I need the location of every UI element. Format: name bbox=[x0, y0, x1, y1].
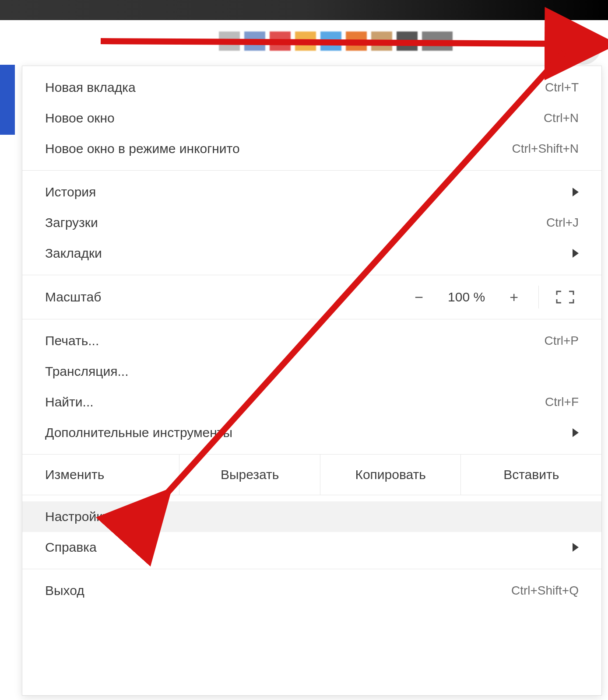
menu-group-zoom: Масштаб − 100 % + bbox=[22, 275, 601, 319]
menu-item-new-tab[interactable]: Новая вкладка Ctrl+T bbox=[22, 72, 601, 103]
menu-item-history[interactable]: История bbox=[22, 177, 601, 207]
chevron-right-icon bbox=[573, 188, 579, 196]
menu-item-shortcut: Ctrl+Shift+Q bbox=[511, 584, 579, 597]
menu-item-shortcut: Ctrl+T bbox=[545, 81, 579, 94]
menu-item-label: Настройки bbox=[45, 510, 579, 523]
menu-item-label: Новое окно bbox=[45, 112, 544, 125]
menu-item-find[interactable]: Найти... Ctrl+F bbox=[22, 387, 601, 417]
window-titlebar bbox=[0, 0, 608, 20]
tab-swatch bbox=[295, 32, 316, 51]
menu-group: Печать... Ctrl+P Трансляция... Найти... … bbox=[22, 319, 601, 455]
menu-group: Выход Ctrl+Shift+Q bbox=[22, 569, 601, 612]
menu-item-shortcut: Ctrl+N bbox=[544, 112, 579, 124]
sidebar-accent bbox=[0, 65, 15, 135]
menu-item-label: Печать... bbox=[45, 334, 544, 347]
zoom-label: Масштаб bbox=[45, 290, 408, 304]
menu-item-label: Новое окно в режиме инкогнито bbox=[45, 142, 512, 155]
edit-cut-button[interactable]: Вырезать bbox=[179, 455, 320, 495]
tab-swatch bbox=[422, 32, 453, 51]
tab-favicon-row bbox=[219, 32, 547, 51]
menu-item-exit[interactable]: Выход Ctrl+Shift+Q bbox=[22, 575, 601, 606]
menu-item-label: Загрузки bbox=[45, 216, 546, 229]
zoom-in-button[interactable]: + bbox=[503, 286, 525, 308]
menu-item-label: Дополнительные инструменты bbox=[45, 426, 569, 439]
main-menu-dropdown: Новая вкладка Ctrl+T Новое окно Ctrl+N Н… bbox=[22, 66, 602, 696]
fullscreen-icon bbox=[556, 290, 574, 304]
zoom-out-button[interactable]: − bbox=[408, 286, 430, 308]
menu-group: Новая вкладка Ctrl+T Новое окно Ctrl+N Н… bbox=[22, 66, 601, 171]
edit-copy-button[interactable]: Копировать bbox=[320, 455, 461, 495]
menu-item-bookmarks[interactable]: Закладки bbox=[22, 238, 601, 269]
tab-swatch bbox=[371, 32, 392, 51]
vertical-dots-icon bbox=[581, 38, 585, 56]
chevron-right-icon bbox=[573, 543, 579, 552]
main-menu-button[interactable] bbox=[565, 29, 601, 65]
menu-item-shortcut: Ctrl+P bbox=[544, 335, 579, 347]
menu-group-edit: Изменить Вырезать Копировать Вставить bbox=[22, 455, 601, 495]
menu-group: Настройки Справка bbox=[22, 495, 601, 569]
menu-item-label: История bbox=[45, 186, 569, 199]
menu-item-label: Трансляция... bbox=[45, 365, 579, 378]
fullscreen-button[interactable] bbox=[538, 286, 591, 308]
menu-item-settings[interactable]: Настройки bbox=[22, 501, 601, 532]
tab-swatch bbox=[270, 32, 291, 51]
tab-swatch bbox=[244, 32, 265, 51]
menu-item-label: Закладки bbox=[45, 247, 569, 260]
tab-swatch bbox=[320, 32, 341, 51]
menu-item-new-incognito[interactable]: Новое окно в режиме инкогнито Ctrl+Shift… bbox=[22, 133, 601, 164]
menu-item-label: Выход bbox=[45, 584, 511, 597]
menu-item-label: Новая вкладка bbox=[45, 81, 545, 94]
menu-item-label: Справка bbox=[45, 541, 569, 554]
menu-item-print[interactable]: Печать... Ctrl+P bbox=[22, 326, 601, 356]
menu-group: История Загрузки Ctrl+J Закладки bbox=[22, 171, 601, 275]
chevron-right-icon bbox=[573, 428, 579, 437]
menu-item-downloads[interactable]: Загрузки Ctrl+J bbox=[22, 207, 601, 238]
edit-paste-button[interactable]: Вставить bbox=[460, 455, 601, 495]
chevron-right-icon bbox=[573, 249, 579, 258]
menu-item-shortcut: Ctrl+J bbox=[546, 217, 579, 229]
tab-swatch bbox=[219, 32, 240, 51]
tab-swatch bbox=[346, 32, 367, 51]
menu-item-help[interactable]: Справка bbox=[22, 532, 601, 563]
tab-swatch bbox=[397, 32, 418, 51]
zoom-value: 100 % bbox=[448, 290, 485, 304]
menu-item-shortcut: Ctrl+F bbox=[545, 396, 579, 408]
menu-item-new-window[interactable]: Новое окно Ctrl+N bbox=[22, 103, 601, 133]
menu-item-shortcut: Ctrl+Shift+N bbox=[512, 143, 579, 155]
menu-item-label: Найти... bbox=[45, 396, 545, 409]
menu-item-more-tools[interactable]: Дополнительные инструменты bbox=[22, 417, 601, 448]
edit-row-label: Изменить bbox=[22, 455, 179, 495]
zoom-controls: − 100 % + bbox=[408, 286, 525, 308]
menu-item-cast[interactable]: Трансляция... bbox=[22, 356, 601, 387]
